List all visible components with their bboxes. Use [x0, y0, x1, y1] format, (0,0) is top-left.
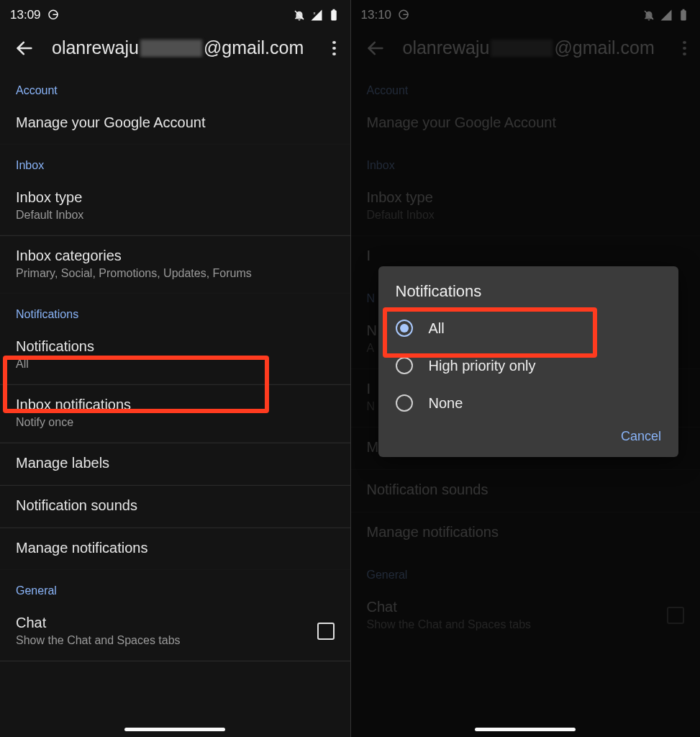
section-inbox: Inbox [0, 145, 350, 178]
inbox-notifications-item[interactable]: Inbox notifications Notify once [0, 385, 350, 443]
section-account: Account [0, 70, 350, 103]
nav-pill[interactable] [475, 728, 576, 731]
section-general: General [0, 570, 350, 603]
notifications-dialog: Notifications All High priority only Non… [378, 266, 679, 457]
radio-option-all[interactable]: All [378, 309, 679, 347]
manage-labels-item[interactable]: Manage labels [0, 443, 350, 485]
google-icon [47, 9, 60, 22]
dialog-title: Notifications [378, 282, 679, 309]
radio-icon [396, 394, 413, 412]
notifications-item[interactable]: Notifications All [0, 327, 350, 384]
radio-option-none[interactable]: None [378, 384, 679, 422]
status-bar: 13:09 x [0, 0, 350, 26]
svg-rect-3 [332, 9, 335, 11]
nav-pill[interactable] [124, 728, 225, 731]
page-title: olanrewaju @gmail.com [52, 37, 307, 58]
inbox-type-item[interactable]: Inbox type Default Inbox [0, 178, 350, 235]
status-time: 13:09 [10, 8, 41, 22]
radio-option-high-priority[interactable]: High priority only [378, 347, 679, 384]
svg-text:x: x [313, 11, 315, 15]
chat-toggle-item[interactable]: Chat Show the Chat and Spaces tabs [0, 603, 350, 661]
svg-rect-2 [331, 10, 337, 20]
notification-sounds-item[interactable]: Notification sounds [0, 486, 350, 528]
manage-notifications-item[interactable]: Manage notifications [0, 528, 350, 570]
screenshot-right: 13:10 olanrewaju @gmail.com [350, 0, 701, 737]
radio-icon [396, 357, 413, 374]
manage-account-item[interactable]: Manage your Google Account [0, 103, 350, 145]
radio-icon [396, 320, 413, 337]
cancel-button[interactable]: Cancel [621, 429, 661, 444]
back-icon[interactable] [14, 38, 35, 58]
section-notifications: Notifications [0, 294, 350, 327]
battery-icon [327, 9, 340, 22]
redacted-text [140, 40, 202, 57]
app-bar: olanrewaju @gmail.com [0, 26, 350, 70]
inbox-categories-item[interactable]: Inbox categories Primary, Social, Promot… [0, 236, 350, 294]
chat-checkbox[interactable] [317, 623, 335, 640]
overflow-menu-icon[interactable] [324, 38, 345, 58]
dnd-icon [293, 9, 306, 22]
signal-icon: x [310, 9, 323, 22]
screenshot-left: 13:09 x olanrewaju @gmail.com [0, 0, 350, 737]
